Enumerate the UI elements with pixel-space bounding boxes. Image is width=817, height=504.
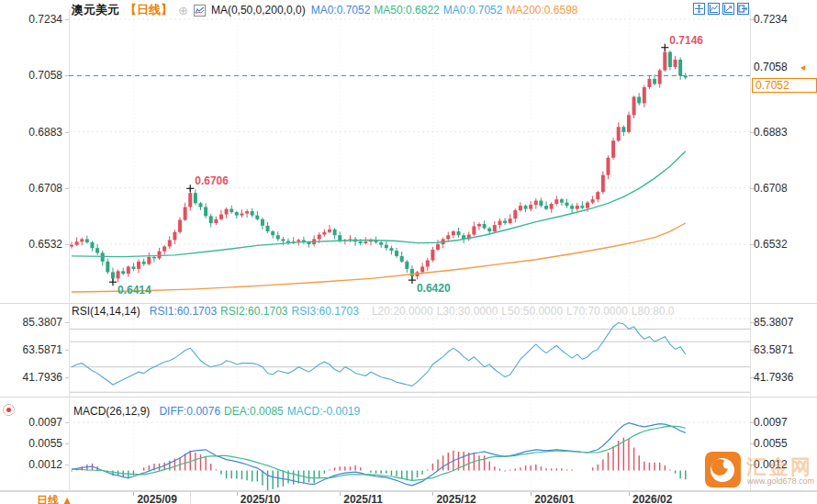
price-axis-label: 0.6708: [754, 182, 816, 195]
month-label: 2025/10: [241, 493, 280, 504]
collapse-icon[interactable]: ⊕: [178, 5, 188, 17]
price-axis-label: 0.6532: [754, 238, 816, 251]
axis-tick: [750, 132, 754, 133]
axis-scale-icon[interactable]: [722, 3, 734, 15]
rsi-levels: L20:20.0000L30:30.0000L50:50.0000L70:70.…: [372, 305, 678, 318]
rsi-axis-label: 41.7936: [0, 371, 62, 384]
price-axis-label: 0.6883: [754, 126, 816, 139]
month-tick: [432, 492, 433, 496]
prev-close-value: 0.7058: [754, 61, 788, 73]
candles-layer: [70, 48, 688, 283]
ma-settings-label: MA(0,50,0,200,0,0): [211, 4, 306, 17]
month-tick: [133, 492, 134, 496]
axis-tick: [65, 244, 69, 245]
rsi-axis-label: 85.3807: [0, 316, 62, 329]
rsi-line: [72, 323, 686, 386]
prev-close-tag: 0.7058 ▲: [754, 61, 809, 73]
rsi-level-label: L80:80.0: [632, 305, 675, 318]
rsi-value: RSI3:60.1703: [292, 305, 359, 318]
axis-tick: [750, 377, 754, 378]
axis-tick: [65, 19, 69, 20]
low-price-annotation: 0.6420: [417, 282, 451, 295]
low-price-annotation: 0.6414: [118, 284, 151, 297]
rsi-header: RSI(14,14,14) RSI1:60.1703RSI2:60.1703RS…: [72, 305, 678, 318]
high-price-annotation: 0.7146: [669, 34, 703, 47]
ma-value: MA50:0.6822: [374, 4, 439, 17]
month-label: 2025/12: [436, 493, 476, 504]
macd-value: MACD:-0.0019: [287, 405, 360, 418]
ma-value: MA200:0.6598: [506, 4, 577, 17]
axis-tick: [750, 443, 754, 444]
rsi-title: RSI(14,14,14): [72, 305, 140, 318]
axis-tick: [65, 132, 69, 133]
chart-window: 澳元美元 【日线】 ⊕ MA(0,50,0,200,0,0) MA0:0.705…: [0, 0, 817, 504]
rsi-level-label: L20:20.0000: [372, 305, 433, 318]
axis-tick: [65, 322, 69, 323]
month-label: 2025/09: [137, 493, 176, 504]
macd-value: DIFF:0.0076: [159, 405, 220, 418]
rsi-value: RSI2:60.1703: [220, 305, 287, 318]
site-logo: [705, 452, 741, 487]
period-text: 日线: [37, 494, 59, 504]
ma-values: MA0:0.7052MA50:0.6822MA0:0.7052MA200:0.6…: [311, 4, 582, 17]
macd-axis-label: 0.0055: [754, 437, 816, 450]
axis-tick: [65, 377, 69, 378]
rsi-axis-label: 63.5871: [754, 343, 816, 356]
period-selector[interactable]: 日线 ▲: [37, 493, 73, 504]
move-icon[interactable]: [693, 3, 705, 15]
macd-hist-layer: [72, 438, 686, 490]
rsi-level-label: L50:50.0000: [501, 305, 563, 318]
bottom-bar-divider: [190, 492, 191, 504]
month-tick: [629, 492, 630, 496]
ma-indicator-icon[interactable]: [194, 5, 206, 17]
axis-tick: [65, 350, 69, 351]
month-tick: [340, 492, 341, 496]
axis-tick: [750, 322, 754, 323]
axis-tick: [65, 422, 69, 423]
pan-right-icon[interactable]: [737, 3, 749, 15]
axis-tick: [750, 422, 754, 423]
axis-tick: [65, 75, 69, 76]
rsi-values: RSI1:60.1703RSI2:60.1703RSI3:60.1703: [150, 305, 363, 318]
macd-values: DIFF:0.0076DEA:0.0085MACD:-0.0019: [159, 405, 364, 418]
axis-tick: [750, 19, 754, 20]
price-axis-label: 0.7234: [0, 13, 62, 26]
current-price-tag: 0.7052: [752, 78, 817, 93]
rsi-value: RSI1:60.1703: [150, 305, 217, 318]
high-price-annotation: 0.6706: [195, 174, 229, 187]
rsi-axis-label: 41.7936: [754, 371, 816, 384]
rsi-level-label: L30:30.0000: [437, 305, 498, 318]
axis-tick: [750, 244, 754, 245]
axis-tick: [750, 188, 754, 189]
month-label: 2025/11: [343, 493, 383, 504]
macd-value: DEA:0.0085: [224, 405, 284, 418]
macd-title: MACD(26,12,9): [73, 405, 150, 418]
chart-toolbar: [693, 3, 749, 15]
indicator-settings-icon[interactable]: [3, 404, 15, 416]
chart-header: 澳元美元 【日线】 ⊕ MA(0,50,0,200,0,0) MA0:0.705…: [72, 3, 582, 17]
axis-tick: [65, 188, 69, 189]
month-tick: [237, 492, 238, 496]
price-axis-label: 0.6883: [0, 126, 62, 139]
ma-layer: [72, 151, 686, 292]
chart-plot-area[interactable]: [0, 0, 817, 504]
price-axis-label: 0.7058: [0, 69, 62, 82]
rsi-axis-label: 85.3807: [754, 316, 816, 329]
price-axis-label: 0.6708: [0, 182, 62, 195]
period-arrow-icon: ▲: [62, 494, 73, 504]
price-axis-label: 0.6532: [0, 238, 62, 251]
period-label: 【日线】: [125, 2, 173, 18]
macd-lines-layer: [72, 423, 686, 486]
macd-header: MACD(26,12,9) DIFF:0.0076DEA:0.0085MACD:…: [73, 405, 364, 418]
month-label: 2026/01: [534, 493, 574, 504]
price-axis-label: 0.7234: [754, 13, 816, 26]
month-tick: [531, 492, 532, 496]
rsi-axis-label: 63.5871: [0, 343, 62, 356]
macd-axis-label: 0.0097: [754, 416, 816, 429]
axis-tick: [750, 350, 754, 351]
fit-chart-icon[interactable]: [708, 3, 720, 15]
macd-axis-label: 0.0012: [0, 458, 62, 471]
axis-tick: [65, 443, 69, 444]
rsi-level-label: L70:70.0000: [566, 305, 628, 318]
watermark-url: www.gold678.com: [747, 476, 814, 486]
